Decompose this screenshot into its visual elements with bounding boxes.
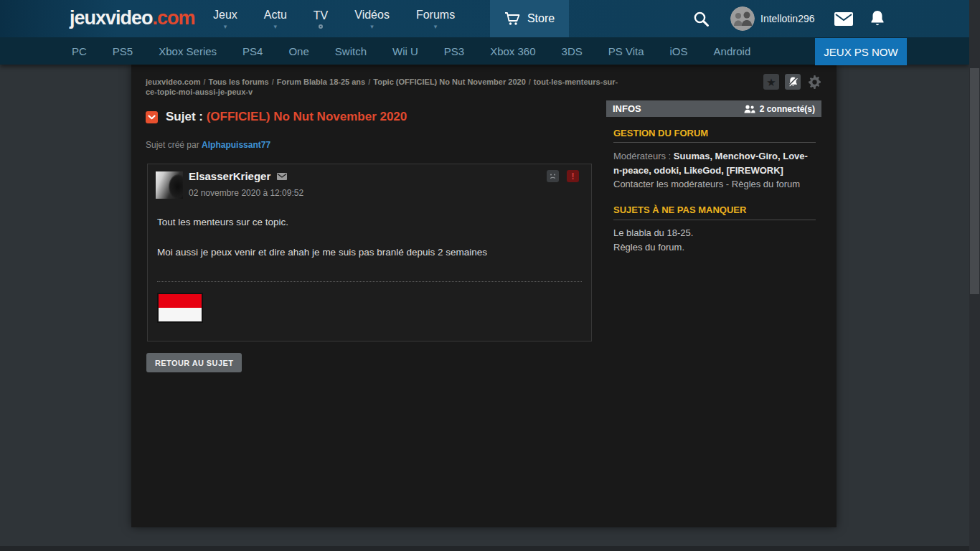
nav-item-tv[interactable]: TV: [314, 0, 328, 37]
nav-label: TV: [314, 9, 328, 22]
platform-link-ps4[interactable]: PS4: [242, 45, 263, 57]
main-content: jeuxvideo.com/Tous les forums/Forum Blab…: [131, 65, 837, 527]
post-author-link[interactable]: ElsasserKrieger: [189, 170, 270, 182]
must-see-title: SUJETS À NE PAS MANQUER: [613, 204, 746, 215]
bell-icon: [870, 10, 885, 27]
post-author-row: ElsasserKrieger: [189, 170, 287, 182]
platform-link-switch[interactable]: Switch: [335, 45, 367, 57]
contact-moderators-link[interactable]: Contacter les modérateurs: [613, 179, 723, 189]
platform-link-3ds[interactable]: 3DS: [562, 45, 583, 57]
platform-nav-items: PC PS5 Xbox Series PS4 One Switch Wii U …: [72, 37, 750, 65]
send-message-icon[interactable]: [277, 173, 287, 180]
topic-author-link[interactable]: Alphapuissant77: [202, 140, 270, 150]
platform-link-xbox360[interactable]: Xbox 360: [490, 45, 535, 57]
topic-byline: Sujet créé par Alphapuissant77: [146, 140, 270, 150]
store-label: Store: [527, 12, 555, 25]
gear-icon: [807, 75, 822, 90]
links-separator: -: [726, 179, 729, 189]
post-moderation-buttons: !: [547, 170, 579, 182]
forum-rules-link[interactable]: Règles du forum: [732, 179, 800, 189]
post-timestamp: 02 novembre 2020 à 12:09:52: [189, 188, 303, 198]
topic-tools: ★: [763, 74, 822, 90]
jeuxvideo-forum-page: jeuxvideo.com Jeux ▾ Actu ▾ TV Vidéos ▾ …: [0, 0, 980, 551]
subject-title: (OFFICIEL) No Nut November 2020: [207, 110, 407, 123]
top-header: jeuxvideo.com Jeux ▾ Actu ▾ TV Vidéos ▾ …: [0, 0, 969, 37]
subject-header: Sujet : (OFFICIEL) No Nut November 2020: [146, 110, 407, 124]
infos-title: INFOS: [613, 103, 641, 114]
nav-item-videos[interactable]: Vidéos ▾: [354, 0, 390, 37]
post-avatar[interactable]: [156, 171, 183, 199]
page-title: Sujet : (OFFICIEL) No Nut November 2020: [166, 110, 407, 124]
chevron-down-icon: ▾: [274, 24, 278, 29]
search-button[interactable]: [693, 11, 710, 30]
platform-link-android[interactable]: Android: [714, 45, 751, 57]
breadcrumb-separator: /: [272, 77, 274, 86]
breadcrumb-topic[interactable]: Topic (OFFICIEL) No Nut November 2020: [373, 77, 526, 86]
ignore-user-button[interactable]: [547, 170, 559, 182]
nav-item-jeux[interactable]: Jeux ▾: [213, 0, 237, 37]
users-icon: [744, 105, 755, 113]
envelope-icon: [834, 12, 853, 26]
main-nav: Jeux ▾ Actu ▾ TV Vidéos ▾ Forums ▾: [213, 0, 455, 37]
post-paragraph: Tout les menteurs sur ce topic.: [157, 216, 582, 229]
bell-slash-icon: [788, 76, 798, 88]
breadcrumb-forum[interactable]: Forum Blabla 18-25 ans: [277, 77, 366, 86]
report-post-button[interactable]: !: [567, 170, 579, 182]
nav-item-actu[interactable]: Actu ▾: [264, 0, 287, 37]
post-paragraph: Moi aussi je peux venir et dire ahah je …: [157, 246, 582, 259]
avatar[interactable]: [730, 6, 755, 31]
flag-white-band: [159, 308, 202, 321]
live-dot-icon: [319, 24, 323, 29]
messages-button[interactable]: [834, 12, 853, 29]
alert-icon: !: [572, 172, 575, 181]
logo-suffix: .com: [153, 7, 195, 29]
sad-face-icon: [548, 171, 557, 181]
store-button[interactable]: Store: [490, 0, 569, 37]
scrollbar-thumb[interactable]: [970, 68, 979, 294]
created-by-label: Sujet créé par: [146, 140, 199, 150]
connected-label: 2 connecté(s): [760, 104, 815, 114]
connected-counter: 2 connecté(s): [744, 104, 815, 114]
back-to-topic-button[interactable]: RETOUR AU SUJET: [146, 353, 242, 372]
scrollbar-track[interactable]: [969, 0, 980, 551]
chevron-down-icon: ▾: [434, 24, 438, 29]
mute-notifications-button[interactable]: [785, 74, 801, 90]
must-see-topic-link[interactable]: Règles du forum.: [613, 242, 684, 253]
logo-main: jeuxvideo: [70, 7, 153, 29]
divider: [613, 142, 816, 143]
platform-link-psvita[interactable]: PS Vita: [608, 45, 644, 57]
platform-link-one[interactable]: One: [288, 45, 308, 57]
platform-link-pc[interactable]: PC: [72, 45, 87, 57]
search-icon: [693, 11, 710, 27]
breadcrumb-separator: /: [368, 77, 370, 86]
chevron-down-icon: ▾: [224, 24, 227, 29]
bottom-strip: [0, 546, 969, 551]
divider: [613, 220, 816, 220]
site-logo[interactable]: jeuxvideo.com: [70, 7, 195, 29]
star-icon: ★: [766, 77, 776, 88]
cart-icon: [504, 11, 521, 26]
breadcrumb: jeuxvideo.com/Tous les forums/Forum Blab…: [146, 77, 619, 97]
username-link[interactable]: Intellotin296: [760, 0, 815, 37]
nav-item-forums[interactable]: Forums ▾: [416, 0, 455, 37]
signature-divider: [157, 281, 582, 282]
breadcrumb-all-forums[interactable]: Tous les forums: [208, 77, 268, 86]
notifications-button[interactable]: [870, 10, 885, 29]
signature-flag-image: [157, 293, 203, 323]
subject-label: Sujet :: [166, 110, 203, 123]
nav-label: Forums: [416, 9, 455, 22]
breadcrumb-separator: /: [529, 77, 531, 86]
platform-link-ps5[interactable]: PS5: [113, 45, 133, 57]
platform-link-wiiu[interactable]: Wii U: [392, 45, 418, 57]
breadcrumb-home[interactable]: jeuxvideo.com: [146, 77, 200, 86]
must-see-topic-link[interactable]: Le blabla du 18-25.: [613, 227, 693, 238]
settings-button[interactable]: [806, 74, 822, 90]
jeux-ps-now-button[interactable]: JEUX PS NOW: [815, 38, 907, 65]
post-body: Tout les menteurs sur ce topic. Moi auss…: [157, 216, 582, 276]
platform-link-ps3[interactable]: PS3: [444, 45, 464, 57]
platform-link-xbox-series[interactable]: Xbox Series: [159, 45, 217, 57]
moderators-line: Modérateurs : Suumas, Menchov-Giro, Love…: [613, 149, 809, 178]
subject-chip[interactable]: [146, 111, 158, 123]
favorite-button[interactable]: ★: [763, 74, 779, 90]
platform-link-ios[interactable]: iOS: [670, 45, 688, 57]
